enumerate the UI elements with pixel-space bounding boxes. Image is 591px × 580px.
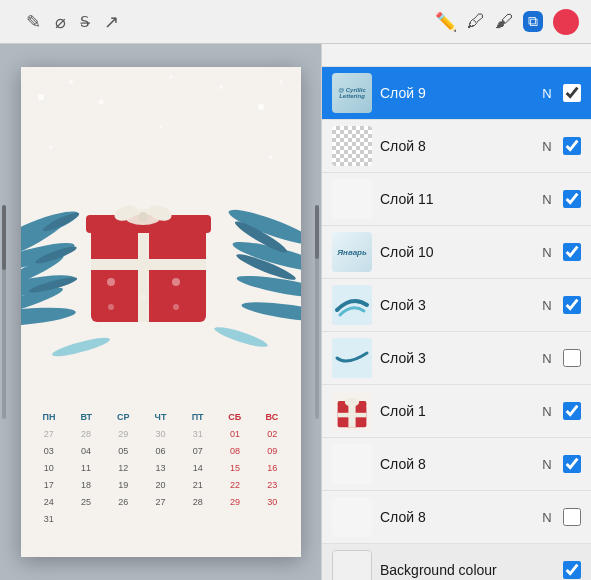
- cal-cell: 27: [31, 426, 67, 442]
- warp-icon[interactable]: S̶: [80, 13, 90, 31]
- layer-info: Слой 3N: [380, 297, 555, 313]
- cal-header-fri: ПТ: [179, 412, 216, 422]
- scroll-thumb: [2, 205, 6, 269]
- cal-header-tue: ВТ: [68, 412, 105, 422]
- cal-cell: 10: [31, 460, 67, 476]
- layer-mode: N: [539, 245, 555, 260]
- cal-cell: 20: [142, 477, 178, 493]
- cal-cell: 11: [68, 460, 104, 476]
- toolbar: ✎ ⌀ S̶ ↗ ✏️ 🖊 🖌 ⧉: [0, 0, 591, 44]
- calendar-grid: ПН ВТ СР ЧТ ПТ СБ ВС 2728293031010203040…: [31, 412, 291, 527]
- layer-name: Слой 10: [380, 244, 533, 260]
- cal-cell: 09: [254, 443, 290, 459]
- svg-point-1: [69, 80, 73, 84]
- layer-item[interactable]: Слой 8N: [322, 120, 591, 173]
- layer-item[interactable]: Слой 1N: [322, 385, 591, 438]
- cal-cell: [217, 511, 253, 527]
- main-content: ПН ВТ СР ЧТ ПТ СБ ВС 2728293031010203040…: [0, 44, 591, 580]
- layer-item[interactable]: ЯнварьСлой 10N: [322, 226, 591, 279]
- svg-point-4: [258, 104, 264, 110]
- pen-tool-icon[interactable]: 🖊: [467, 11, 485, 32]
- cal-cell: 06: [142, 443, 178, 459]
- svg-point-5: [279, 80, 283, 84]
- svg-point-38: [108, 304, 114, 310]
- layer-item[interactable]: Слой 3N: [322, 332, 591, 385]
- layers-tool-icon[interactable]: ⧉: [523, 11, 543, 32]
- pencil-tool-icon[interactable]: ✏️: [435, 11, 457, 33]
- cal-cell: [142, 511, 178, 527]
- layer-visibility-checkbox[interactable]: [563, 402, 581, 420]
- cal-cell: 18: [68, 477, 104, 493]
- cal-cell: 08: [217, 443, 253, 459]
- zoom-thumb: [315, 205, 319, 259]
- svg-point-23: [240, 298, 300, 326]
- cal-cell: 19: [105, 477, 141, 493]
- layer-visibility-checkbox[interactable]: [563, 190, 581, 208]
- selection-icon[interactable]: ⌀: [55, 11, 66, 33]
- layer-thumbnail: [332, 285, 372, 325]
- cal-cell: 30: [254, 494, 290, 510]
- layer-visibility-checkbox[interactable]: [563, 137, 581, 155]
- cal-cell: 13: [142, 460, 178, 476]
- layer-info: Слой 8N: [380, 509, 555, 525]
- cal-cell: 25: [68, 494, 104, 510]
- cal-cell: [105, 511, 141, 527]
- cal-header-sat: СБ: [216, 412, 253, 422]
- layer-mode: N: [539, 404, 555, 419]
- scroll-indicator[interactable]: [2, 205, 6, 419]
- cal-cell: 16: [254, 460, 290, 476]
- cal-header-mon: ПН: [31, 412, 68, 422]
- layer-info: Background colour: [380, 562, 555, 578]
- cal-cell: 04: [68, 443, 104, 459]
- layer-name: Слой 3: [380, 350, 533, 366]
- layer-item[interactable]: Слой 3N: [322, 279, 591, 332]
- cal-cell: 29: [217, 494, 253, 510]
- layer-name: Слой 8: [380, 509, 533, 525]
- svg-point-36: [107, 278, 115, 286]
- cal-cell: 31: [180, 426, 216, 442]
- layer-item[interactable]: @ CyrillicLetteringСлой 9N: [322, 67, 591, 120]
- toolbar-left: ✎ ⌀ S̶ ↗: [12, 11, 423, 33]
- cal-cell: 15: [217, 460, 253, 476]
- cal-header-thu: ЧТ: [142, 412, 179, 422]
- layer-item[interactable]: Background colour: [322, 544, 591, 580]
- layer-item[interactable]: Слой 8N: [322, 438, 591, 491]
- layer-name: Слой 11: [380, 191, 533, 207]
- layer-visibility-checkbox[interactable]: [563, 508, 581, 526]
- layer-thumbnail: Январь: [332, 232, 372, 272]
- layer-item[interactable]: Слой 8N: [322, 491, 591, 544]
- layers-list: @ CyrillicLetteringСлой 9NСлой 8NСлой 11…: [322, 67, 591, 580]
- transform-icon[interactable]: ✎: [26, 11, 41, 33]
- layer-thumbnail: [332, 550, 372, 580]
- layer-name: Background colour: [380, 562, 555, 578]
- layer-info: Слой 3N: [380, 350, 555, 366]
- canvas-area[interactable]: ПН ВТ СР ЧТ ПТ СБ ВС 2728293031010203040…: [0, 44, 321, 580]
- arrow-icon[interactable]: ↗: [104, 11, 119, 33]
- svg-point-37: [172, 278, 180, 286]
- layer-name: Слой 8: [380, 456, 533, 472]
- cal-cell: 05: [105, 443, 141, 459]
- layer-visibility-checkbox[interactable]: [563, 243, 581, 261]
- layer-info: Слой 8N: [380, 456, 555, 472]
- cal-cell: 07: [180, 443, 216, 459]
- cal-cell: 12: [105, 460, 141, 476]
- layer-visibility-checkbox[interactable]: [563, 455, 581, 473]
- cal-cell: 14: [180, 460, 216, 476]
- layer-visibility-checkbox[interactable]: [563, 296, 581, 314]
- color-picker[interactable]: [553, 9, 579, 35]
- layer-thumbnail: [332, 391, 372, 431]
- svg-point-13: [21, 304, 76, 330]
- canvas: ПН ВТ СР ЧТ ПТ СБ ВС 2728293031010203040…: [21, 67, 301, 557]
- svg-point-26: [50, 334, 111, 359]
- brush-tool-icon[interactable]: 🖌: [495, 11, 513, 32]
- layer-visibility-checkbox[interactable]: [563, 349, 581, 367]
- layer-mode: N: [539, 457, 555, 472]
- cal-cell: 28: [180, 494, 216, 510]
- layer-item[interactable]: Слой 11N: [322, 173, 591, 226]
- zoom-scroll[interactable]: [315, 205, 319, 419]
- layer-name: Слой 1: [380, 403, 533, 419]
- layer-visibility-checkbox[interactable]: [563, 561, 581, 579]
- cal-cell: [180, 511, 216, 527]
- layer-visibility-checkbox[interactable]: [563, 84, 581, 102]
- calendar-header: ПН ВТ СР ЧТ ПТ СБ ВС: [31, 412, 291, 422]
